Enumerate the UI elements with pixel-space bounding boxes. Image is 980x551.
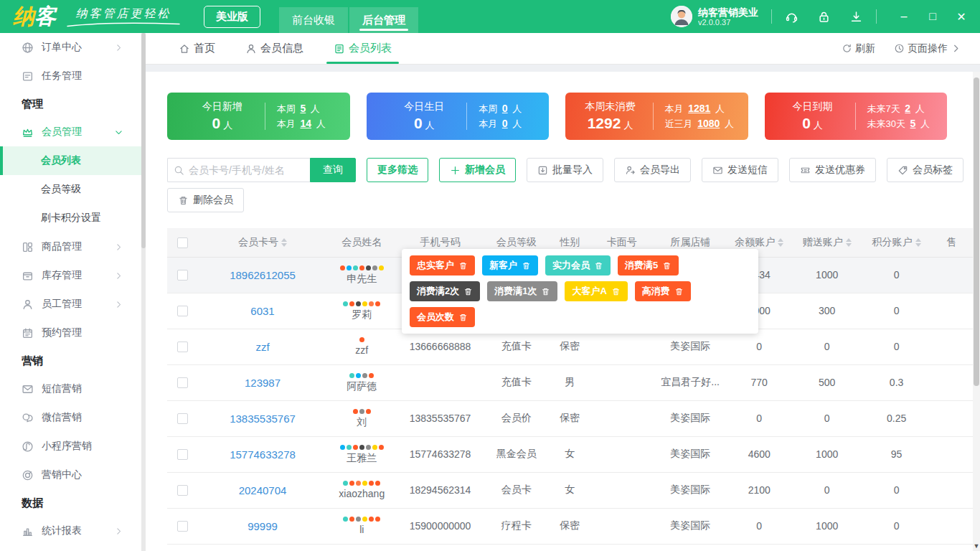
sort-asc-icon[interactable] bbox=[915, 238, 921, 242]
column-header-积分账户[interactable]: 积分账户 bbox=[862, 228, 930, 257]
sort-asc-icon[interactable] bbox=[281, 238, 287, 242]
sort-desc-icon[interactable] bbox=[281, 243, 287, 247]
scrollbar-down-arrow[interactable]: ▼ bbox=[973, 542, 980, 550]
member-card-link[interactable]: 13835535767 bbox=[230, 413, 296, 425]
sidebar-item-label: 营销中心 bbox=[42, 468, 131, 481]
row-checkbox[interactable] bbox=[177, 342, 188, 352]
close-button[interactable]: ✕ bbox=[947, 10, 976, 24]
maximize-button[interactable]: □ bbox=[918, 10, 947, 23]
download-icon[interactable] bbox=[849, 10, 863, 24]
sidebar-item-营销中心[interactable]: 营销中心 bbox=[0, 461, 141, 489]
row-checkbox[interactable] bbox=[177, 521, 188, 532]
member-card-link[interactable]: 99999 bbox=[248, 520, 278, 532]
main-scrollbar[interactable]: ▼ bbox=[973, 72, 980, 551]
sidebar-item-商品管理[interactable]: 商品管理 bbox=[0, 232, 141, 261]
tag-delete-icon[interactable] bbox=[458, 261, 468, 270]
tag-delete-icon[interactable] bbox=[611, 287, 621, 296]
column-header-会员卡号[interactable]: 会员卡号 bbox=[198, 228, 326, 257]
member-card-link[interactable]: 18962612055 bbox=[230, 269, 296, 281]
发送短信-button[interactable]: 发送短信 bbox=[702, 158, 778, 182]
sidebar-item-统计报表[interactable]: 统计报表 bbox=[0, 517, 141, 545]
sidebar-item-任务管理[interactable]: 任务管理 bbox=[0, 62, 141, 90]
tag-delete-icon[interactable] bbox=[458, 313, 468, 322]
sidebar-subitem-会员列表[interactable]: 会员列表 bbox=[0, 146, 141, 175]
sidebar-item-预约管理[interactable]: 预约管理 bbox=[0, 319, 141, 347]
sort-arrows[interactable] bbox=[281, 238, 287, 247]
member-card-link[interactable]: 123987 bbox=[245, 377, 281, 389]
sort-asc-icon[interactable] bbox=[846, 238, 852, 242]
会员导出-button[interactable]: 会员导出 bbox=[614, 158, 691, 182]
tab-action-页面操作[interactable]: 页面操作 bbox=[894, 42, 961, 55]
nav-tab-前台收银[interactable]: 前台收银 bbox=[279, 7, 348, 33]
sort-desc-icon[interactable] bbox=[778, 243, 783, 247]
sort-desc-icon[interactable] bbox=[846, 243, 852, 247]
clipped-cell bbox=[930, 293, 973, 329]
sidebar-item-微信营销[interactable]: 微信营销 bbox=[0, 403, 141, 432]
sidebar-item-订单中心[interactable]: 订单中心 bbox=[0, 33, 141, 62]
select-all-checkbox[interactable] bbox=[177, 237, 188, 248]
tag-delete-icon[interactable] bbox=[522, 261, 531, 270]
tab-会员列表[interactable]: 会员列表 bbox=[322, 33, 403, 64]
sidebar-item-小程序营销[interactable]: 小程序营销 bbox=[0, 432, 141, 461]
search-input[interactable] bbox=[189, 164, 304, 176]
发送优惠券-button[interactable]: 发送优惠券 bbox=[789, 158, 876, 182]
tag-delete-icon[interactable] bbox=[594, 261, 603, 270]
sidebar-subitem-会员等级[interactable]: 会员等级 bbox=[0, 175, 141, 204]
scrollbar-thumb[interactable] bbox=[974, 77, 979, 386]
tag-delete-icon[interactable] bbox=[463, 287, 473, 296]
sort-arrows[interactable] bbox=[846, 238, 852, 247]
tab-会员信息[interactable]: 会员信息 bbox=[234, 33, 315, 64]
row-checkbox[interactable] bbox=[177, 306, 188, 316]
column-header-content: 余额账户 bbox=[735, 236, 783, 249]
search-button[interactable]: 查询 bbox=[310, 158, 356, 182]
sort-arrows[interactable] bbox=[778, 238, 783, 247]
row-checkbox[interactable] bbox=[177, 485, 188, 496]
sidebar-item-员工管理[interactable]: 员工管理 bbox=[0, 290, 141, 319]
sort-desc-icon[interactable] bbox=[915, 243, 921, 247]
nav-tab-后台管理[interactable]: 后台管理 bbox=[349, 7, 418, 33]
sidebar-item-会员管理[interactable]: 会员管理 bbox=[0, 118, 141, 146]
sms-icon bbox=[22, 383, 34, 395]
member-card-link[interactable]: 20240704 bbox=[239, 484, 287, 496]
更多筛选-button[interactable]: 更多筛选 bbox=[367, 158, 428, 182]
level-cell: 会员价 bbox=[484, 400, 549, 436]
row-select-cell bbox=[167, 329, 198, 364]
row-checkbox[interactable] bbox=[177, 377, 188, 388]
list-icon bbox=[334, 43, 345, 55]
sidebar-item-短信营销[interactable]: 短信营销 bbox=[0, 375, 141, 403]
row-checkbox[interactable] bbox=[177, 413, 188, 424]
user-block[interactable]: 纳客营销美业 v2.0.0.37 bbox=[671, 6, 758, 27]
tab-首页[interactable]: 首页 bbox=[167, 33, 227, 64]
member-card-link[interactable]: 15774633278 bbox=[230, 448, 296, 461]
card-face-cell bbox=[590, 472, 654, 508]
tag-delete-icon[interactable] bbox=[662, 261, 672, 270]
stat-card-今日到期[interactable]: 今日到期0人未来7天 2 人未来30天 5 人 bbox=[765, 93, 948, 140]
lock-icon[interactable] bbox=[817, 10, 831, 24]
row-checkbox[interactable] bbox=[177, 270, 188, 281]
select-all-header[interactable] bbox=[167, 228, 198, 257]
minimize-button[interactable]: – bbox=[890, 10, 918, 23]
sidebar-item-库存管理[interactable]: 库存管理 bbox=[0, 261, 141, 290]
批量导入-button[interactable]: 批量导入 bbox=[527, 158, 603, 182]
column-header-赠送账户[interactable]: 赠送账户 bbox=[791, 228, 862, 257]
tag-delete-icon[interactable] bbox=[541, 287, 550, 296]
tag-dot bbox=[362, 481, 367, 486]
tag-delete-icon[interactable] bbox=[674, 287, 684, 296]
stat-card-本周未消费[interactable]: 本周未消费1292人本月 1281 人近三月 1080 人 bbox=[565, 93, 748, 140]
新增会员-button[interactable]: 新增会员 bbox=[439, 158, 516, 182]
sidebar-subitem-label: 会员等级 bbox=[41, 183, 81, 196]
stat-card-今日生日[interactable]: 今日生日0人本周 0 人本月 0 人 bbox=[367, 93, 550, 140]
sort-arrows[interactable] bbox=[915, 238, 921, 247]
member-card-link[interactable]: zzf bbox=[255, 341, 269, 353]
stat-row: 本月 0 人 bbox=[479, 116, 522, 131]
sidebar-subitem-刷卡积分设置[interactable]: 刷卡积分设置 bbox=[0, 204, 141, 232]
member-card-link[interactable]: 6031 bbox=[250, 305, 274, 317]
sort-asc-icon[interactable] bbox=[778, 238, 783, 242]
row-checkbox[interactable] bbox=[177, 449, 188, 460]
service-icon[interactable] bbox=[785, 10, 798, 24]
stat-card-count: 1292人 bbox=[580, 115, 641, 132]
tab-action-刷新[interactable]: 刷新 bbox=[842, 42, 875, 55]
删除会员-button[interactable]: 删除会员 bbox=[167, 188, 244, 212]
stat-card-今日新增[interactable]: 今日新增0人本周 5 人本月 14 人 bbox=[167, 93, 350, 140]
会员标签-button[interactable]: 会员标签 bbox=[887, 158, 963, 182]
